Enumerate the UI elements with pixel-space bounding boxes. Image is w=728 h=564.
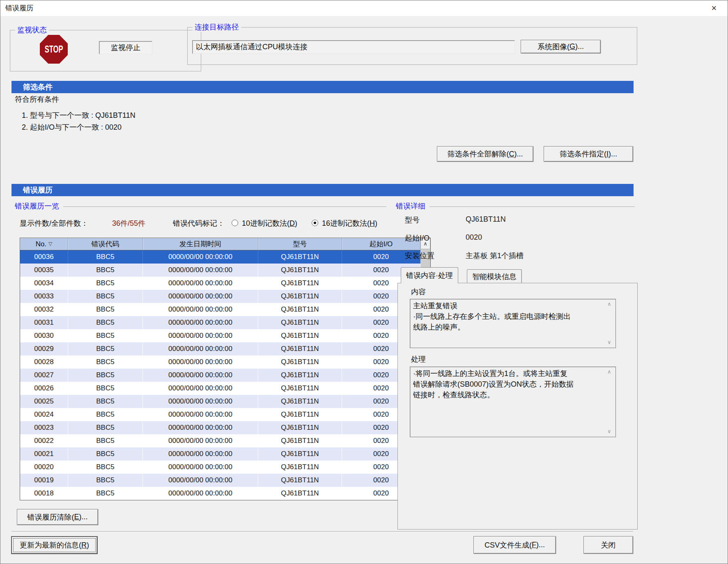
connection-path-label: 连接目标路径 <box>193 23 241 32</box>
filter-condition-1: 1. 型号与下一个一致 : QJ61BT11N <box>22 110 135 120</box>
cell-error-code: BBC5 <box>68 264 143 277</box>
cell-error-code: BBC5 <box>68 316 143 329</box>
table-row[interactable]: 00019 BBC5 0000/00/00 00:00:00 QJ61BT11N… <box>20 474 420 487</box>
monitor-status-label: 监视状态 <box>15 25 49 34</box>
column-header-datetime[interactable]: 发生日期时间 <box>143 238 258 250</box>
table-row[interactable]: 00025 BBC5 0000/00/00 00:00:00 QJ61BT11N… <box>20 395 420 408</box>
cell-no: 00031 <box>20 316 68 329</box>
cell-no: 00023 <box>20 421 68 434</box>
refresh-button[interactable]: 更新为最新的信息(R) <box>11 536 97 554</box>
table-row[interactable]: 00036 BBC5 0000/00/00 00:00:00 QJ61BT11N… <box>20 250 420 264</box>
detail-model-value: QJ61BT11N <box>466 215 506 224</box>
cell-datetime: 0000/00/00 00:00:00 <box>143 277 258 290</box>
column-header-model[interactable]: 型号 <box>258 238 342 250</box>
history-list-caption: 错误履历一览 <box>15 201 386 211</box>
cell-no: 00027 <box>20 369 68 382</box>
cell-no: 00026 <box>20 382 68 395</box>
close-icon[interactable]: × <box>707 0 721 16</box>
filter-specify-button[interactable]: 筛选条件指定(I)... <box>544 146 633 162</box>
table-row[interactable]: 00026 BBC5 0000/00/00 00:00:00 QJ61BT11N… <box>20 382 420 395</box>
cell-datetime: 0000/00/00 00:00:00 <box>143 395 258 408</box>
column-header-code[interactable]: 错误代码 <box>68 238 143 250</box>
cell-model: QJ61BT11N <box>258 408 342 421</box>
cell-model: QJ61BT11N <box>258 369 342 382</box>
column-header-no[interactable]: No. ▽ <box>20 238 68 250</box>
table-row[interactable]: 00031 BBC5 0000/00/00 00:00:00 QJ61BT11N… <box>20 316 420 329</box>
title-bar: 错误履历 × <box>0 0 728 16</box>
table-row[interactable]: 00018 BBC5 0000/00/00 00:00:00 QJ61BT11N… <box>20 487 420 500</box>
action-scroll-up-icon[interactable]: ∧ <box>607 369 726 374</box>
table-row[interactable]: 00024 BBC5 0000/00/00 00:00:00 QJ61BT11N… <box>20 408 420 421</box>
cell-datetime: 0000/00/00 00:00:00 <box>143 329 258 342</box>
table-row[interactable]: 00023 BBC5 0000/00/00 00:00:00 QJ61BT11N… <box>20 421 420 434</box>
table-header: No. ▽ 错误代码 发生日期时间 型号 起始I/O <box>20 238 430 250</box>
cell-model: QJ61BT11N <box>258 355 342 369</box>
cell-model: QJ61BT11N <box>258 250 342 264</box>
action-scroll-down-icon[interactable]: ∨ <box>607 429 726 434</box>
error-history-dialog: 错误履历 × 监视状态 STOP 监视停止 连接目标路径 以太网插板通信通过CP… <box>0 0 728 564</box>
table-row[interactable]: 00022 BBC5 0000/00/00 00:00:00 QJ61BT11N… <box>20 434 420 447</box>
cell-no: 00034 <box>20 277 68 290</box>
tab-intelligent-module-info[interactable]: 智能模块信息 <box>467 269 522 283</box>
detail-slot-label: 安装位置 <box>405 251 434 261</box>
monitor-status-value: 监视停止 <box>99 41 152 54</box>
cell-model: QJ61BT11N <box>258 421 342 434</box>
radio-decimal-label[interactable]: 10进制记数法(D) <box>242 218 297 228</box>
cell-no: 00021 <box>20 447 68 461</box>
cell-no: 00028 <box>20 355 68 369</box>
cell-no: 00020 <box>20 461 68 474</box>
content-label: 内容 <box>411 287 426 297</box>
csv-generate-button[interactable]: CSV文件生成(F)... <box>473 536 556 554</box>
table-row[interactable]: 00032 BBC5 0000/00/00 00:00:00 QJ61BT11N… <box>20 303 420 316</box>
cell-datetime: 0000/00/00 00:00:00 <box>143 303 258 316</box>
detail-io-label: 起始I/O <box>405 233 429 243</box>
count-label: 显示件数/全部件数： <box>20 218 88 228</box>
sort-descending-icon: ▽ <box>48 238 52 250</box>
content-scroll-up-icon[interactable]: ∧ <box>607 301 726 307</box>
cell-no: 00024 <box>20 408 68 421</box>
table-row[interactable]: 00030 BBC5 0000/00/00 00:00:00 QJ61BT11N… <box>20 329 420 342</box>
close-button[interactable]: 关闭 <box>583 536 633 554</box>
table-row[interactable]: 00029 BBC5 0000/00/00 00:00:00 QJ61BT11N… <box>20 342 420 355</box>
cell-error-code: BBC5 <box>68 474 143 487</box>
cell-error-code: BBC5 <box>68 382 143 395</box>
cell-model: QJ61BT11N <box>258 316 342 329</box>
cell-no: 00029 <box>20 342 68 355</box>
cell-datetime: 0000/00/00 00:00:00 <box>143 421 258 434</box>
table-row[interactable]: 00034 BBC5 0000/00/00 00:00:00 QJ61BT11N… <box>20 277 420 290</box>
detail-io-value: 0020 <box>466 233 482 242</box>
cell-no: 00022 <box>20 434 68 447</box>
content-textbox[interactable]: 主站重复错误 ·同一线路上存在多个主站。或重启电源时检测出 线路上的噪声。 <box>410 299 616 348</box>
cell-error-code: BBC5 <box>68 342 143 355</box>
clear-history-button[interactable]: 错误履历清除(E)... <box>17 509 98 525</box>
cell-datetime: 0000/00/00 00:00:00 <box>143 461 258 474</box>
cell-datetime: 0000/00/00 00:00:00 <box>143 355 258 369</box>
filter-clear-all-button[interactable]: 筛选条件全部解除(C)... <box>437 146 533 162</box>
tab-error-content-handling[interactable]: 错误内容·处理 <box>401 267 458 283</box>
cell-error-code: BBC5 <box>68 369 143 382</box>
cell-datetime: 0000/00/00 00:00:00 <box>143 290 258 303</box>
cell-no: 00032 <box>20 303 68 316</box>
table-row[interactable]: 00027 BBC5 0000/00/00 00:00:00 QJ61BT11N… <box>20 369 420 382</box>
table-row[interactable]: 00021 BBC5 0000/00/00 00:00:00 QJ61BT11N… <box>20 447 420 461</box>
table-row[interactable]: 00020 BBC5 0000/00/00 00:00:00 QJ61BT11N… <box>20 461 420 474</box>
detail-model-label: 型号 <box>405 215 420 225</box>
table-row[interactable]: 00033 BBC5 0000/00/00 00:00:00 QJ61BT11N… <box>20 290 420 303</box>
system-image-button[interactable]: 系统图像(G)... <box>521 40 601 53</box>
cell-no: 00033 <box>20 290 68 303</box>
radio-decimal[interactable] <box>232 220 238 226</box>
cell-model: QJ61BT11N <box>258 264 342 277</box>
content-scroll-down-icon[interactable]: ∨ <box>607 339 726 345</box>
cell-model: QJ61BT11N <box>258 487 342 500</box>
cell-error-code: BBC5 <box>68 408 143 421</box>
radio-hexadecimal-label[interactable]: 16进制记数法(H) <box>322 218 377 228</box>
table-row[interactable]: 00035 BBC5 0000/00/00 00:00:00 QJ61BT11N… <box>20 264 420 277</box>
history-section-bar: 错误履历 <box>11 184 634 196</box>
action-textbox[interactable]: ·将同一线路上的主站设置为1台。或将主站重复 错误解除请求(SB0007)设置为… <box>410 367 616 437</box>
cell-model: QJ61BT11N <box>258 461 342 474</box>
cell-model: QJ61BT11N <box>258 277 342 290</box>
connection-path-field[interactable]: 以太网插板通信通过CPU模块连接 <box>192 40 515 54</box>
cell-datetime: 0000/00/00 00:00:00 <box>143 447 258 461</box>
radio-hexadecimal[interactable] <box>312 220 318 226</box>
table-row[interactable]: 00028 BBC5 0000/00/00 00:00:00 QJ61BT11N… <box>20 355 420 369</box>
